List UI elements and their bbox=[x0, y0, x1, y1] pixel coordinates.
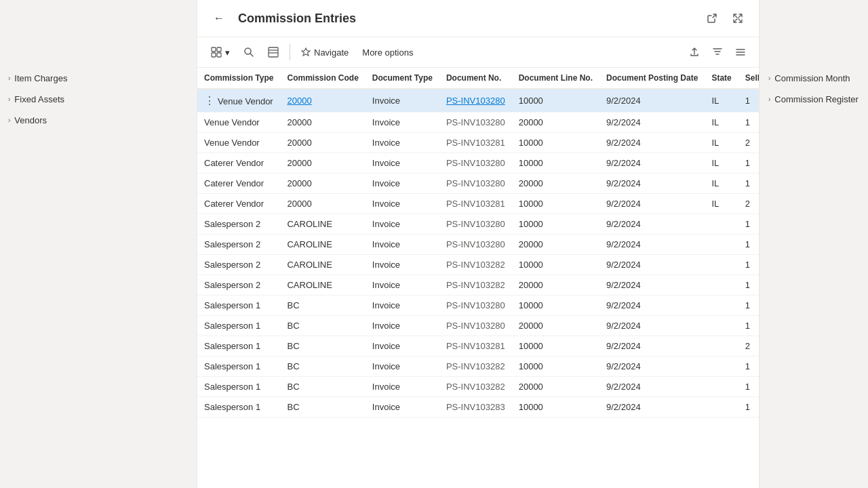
col-header-sell-cust[interactable]: Sell-Cust bbox=[738, 68, 759, 89]
cell-document-no[interactable]: PS-INV103281 bbox=[439, 194, 512, 214]
table-row[interactable]: Caterer Vendor20000InvoicePS-INV10328110… bbox=[197, 194, 759, 214]
cell-document-type: Invoice bbox=[366, 89, 439, 113]
sidebar-item-fixed-assets[interactable]: › Fixed Assets bbox=[0, 89, 98, 110]
cell-commission-code: 20000 bbox=[280, 153, 365, 174]
cell-commission-type: Salesperson 2 bbox=[197, 214, 280, 235]
table-row[interactable]: ⋮Venue Vendor20000InvoicePS-INV103280100… bbox=[197, 89, 759, 113]
cell-document-no[interactable]: PS-INV103280 bbox=[439, 235, 512, 255]
col-header-document-posting-date[interactable]: Document Posting Date bbox=[599, 68, 705, 89]
cell-sell-cust: 1 bbox=[738, 235, 759, 255]
cell-document-no[interactable]: PS-INV103280 bbox=[439, 89, 512, 113]
columns-icon bbox=[735, 47, 746, 58]
cell-commission-type: Salesperson 1 bbox=[197, 316, 280, 336]
table-container[interactable]: Commission Type Commission Code Document… bbox=[197, 68, 759, 488]
cell-sell-cust: 1 bbox=[738, 89, 759, 113]
cell-document-no[interactable]: PS-INV103280 bbox=[439, 296, 512, 316]
cell-commission-code: CAROLINE bbox=[280, 214, 365, 235]
cell-sell-cust: 1 bbox=[738, 296, 759, 316]
cell-document-no[interactable]: PS-INV103282 bbox=[439, 377, 512, 397]
table-row[interactable]: Salesperson 1BCInvoicePS-INV103283100009… bbox=[197, 397, 759, 418]
sidebar-item-item-charges[interactable]: › Item Charges bbox=[0, 68, 98, 89]
cell-document-no[interactable]: PS-INV103280 bbox=[439, 214, 512, 235]
table-row[interactable]: Salesperson 1BCInvoicePS-INV103280200009… bbox=[197, 316, 759, 336]
table-row[interactable]: Salesperson 1BCInvoicePS-INV103280100009… bbox=[197, 296, 759, 316]
table-row[interactable]: Venue Vendor20000InvoicePS-INV1032802000… bbox=[197, 113, 759, 133]
cell-document-type: Invoice bbox=[366, 235, 439, 255]
col-header-document-no[interactable]: Document No. bbox=[439, 68, 512, 89]
table-row[interactable]: Caterer Vendor20000InvoicePS-INV10328010… bbox=[197, 153, 759, 174]
cell-document-line-no: 20000 bbox=[512, 377, 599, 397]
row-menu-icon[interactable]: ⋮ bbox=[204, 95, 215, 106]
table-row[interactable]: Salesperson 2CAROLINEInvoicePS-INV103280… bbox=[197, 214, 759, 235]
cell-document-line-no: 20000 bbox=[512, 174, 599, 194]
table-row[interactable]: Venue Vendor20000InvoicePS-INV1032811000… bbox=[197, 133, 759, 153]
back-button[interactable]: ← bbox=[208, 7, 230, 29]
cell-commission-type: Salesperson 1 bbox=[197, 377, 280, 397]
cell-document-no[interactable]: PS-INV103282 bbox=[439, 357, 512, 377]
cell-sell-cust: 1 bbox=[738, 153, 759, 174]
cell-document-posting-date: 9/2/2024 bbox=[599, 316, 705, 336]
right-item-label: Commission Month bbox=[774, 73, 850, 83]
col-header-document-type[interactable]: Document Type bbox=[366, 68, 439, 89]
table-row[interactable]: Caterer Vendor20000InvoicePS-INV10328020… bbox=[197, 174, 759, 194]
expand-button[interactable] bbox=[728, 8, 748, 28]
more-options-button[interactable]: More options bbox=[357, 44, 418, 61]
layout-icon bbox=[268, 47, 279, 58]
right-item-commission-register[interactable]: › Commission Register bbox=[760, 89, 868, 110]
cell-commission-code: BC bbox=[280, 296, 365, 316]
right-panel: › Commission Month › Commission Register bbox=[760, 0, 868, 488]
cell-document-line-no: 10000 bbox=[512, 89, 599, 113]
columns-button[interactable] bbox=[730, 42, 751, 62]
cell-state: IL bbox=[705, 89, 738, 113]
view-button[interactable]: ▾ bbox=[205, 43, 235, 61]
cell-document-posting-date: 9/2/2024 bbox=[599, 275, 705, 296]
cell-sell-cust: 1 bbox=[738, 377, 759, 397]
svg-rect-0 bbox=[212, 47, 216, 52]
cell-document-posting-date: 9/2/2024 bbox=[599, 357, 705, 377]
filter-icon bbox=[712, 47, 723, 58]
col-header-commission-code[interactable]: Commission Code bbox=[280, 68, 365, 89]
cell-document-no[interactable]: PS-INV103280 bbox=[439, 113, 512, 133]
cell-document-type: Invoice bbox=[366, 316, 439, 336]
search-icon bbox=[243, 47, 254, 58]
table-row[interactable]: Salesperson 1BCInvoicePS-INV103282100009… bbox=[197, 357, 759, 377]
col-header-state[interactable]: State bbox=[705, 68, 738, 89]
cell-document-posting-date: 9/2/2024 bbox=[599, 235, 705, 255]
cell-state: IL bbox=[705, 113, 738, 133]
right-item-commission-month[interactable]: › Commission Month bbox=[760, 68, 868, 89]
cell-commission-type: Salesperson 1 bbox=[197, 397, 280, 418]
table-row[interactable]: Salesperson 1BCInvoicePS-INV103281100009… bbox=[197, 336, 759, 357]
cell-commission-type: Salesperson 2 bbox=[197, 275, 280, 296]
cell-document-no[interactable]: PS-INV103282 bbox=[439, 275, 512, 296]
header-bar: ← Commission Entries bbox=[197, 0, 759, 37]
share-button[interactable] bbox=[684, 42, 705, 62]
navigate-button[interactable]: Navigate bbox=[296, 44, 354, 61]
cell-state bbox=[705, 275, 738, 296]
cell-document-no[interactable]: PS-INV103281 bbox=[439, 336, 512, 357]
cell-document-no[interactable]: PS-INV103282 bbox=[439, 255, 512, 275]
col-header-commission-type[interactable]: Commission Type bbox=[197, 68, 280, 89]
table-body: ⋮Venue Vendor20000InvoicePS-INV103280100… bbox=[197, 89, 759, 418]
cell-document-posting-date: 9/2/2024 bbox=[599, 153, 705, 174]
cell-document-type: Invoice bbox=[366, 357, 439, 377]
cell-document-no[interactable]: PS-INV103281 bbox=[439, 133, 512, 153]
table-row[interactable]: Salesperson 2CAROLINEInvoicePS-INV103280… bbox=[197, 235, 759, 255]
layout-button[interactable] bbox=[262, 43, 284, 61]
cell-state bbox=[705, 397, 738, 418]
table-row[interactable]: Salesperson 2CAROLINEInvoicePS-INV103282… bbox=[197, 255, 759, 275]
cell-document-type: Invoice bbox=[366, 194, 439, 214]
cell-document-no[interactable]: PS-INV103280 bbox=[439, 153, 512, 174]
sidebar-item-vendors[interactable]: › Vendors bbox=[0, 110, 98, 131]
table-row[interactable]: Salesperson 2CAROLINEInvoicePS-INV103282… bbox=[197, 275, 759, 296]
cell-commission-code[interactable]: 20000 bbox=[280, 89, 365, 113]
open-in-new-button[interactable] bbox=[702, 8, 722, 28]
cell-document-no[interactable]: PS-INV103280 bbox=[439, 316, 512, 336]
col-header-document-line-no[interactable]: Document Line No. bbox=[512, 68, 599, 89]
filter-button[interactable] bbox=[707, 42, 728, 62]
svg-rect-5 bbox=[269, 47, 278, 57]
cell-document-no[interactable]: PS-INV103280 bbox=[439, 174, 512, 194]
table-row[interactable]: Salesperson 1BCInvoicePS-INV103282200009… bbox=[197, 377, 759, 397]
cell-commission-code: CAROLINE bbox=[280, 235, 365, 255]
search-button[interactable] bbox=[238, 43, 260, 61]
cell-document-no[interactable]: PS-INV103283 bbox=[439, 397, 512, 418]
